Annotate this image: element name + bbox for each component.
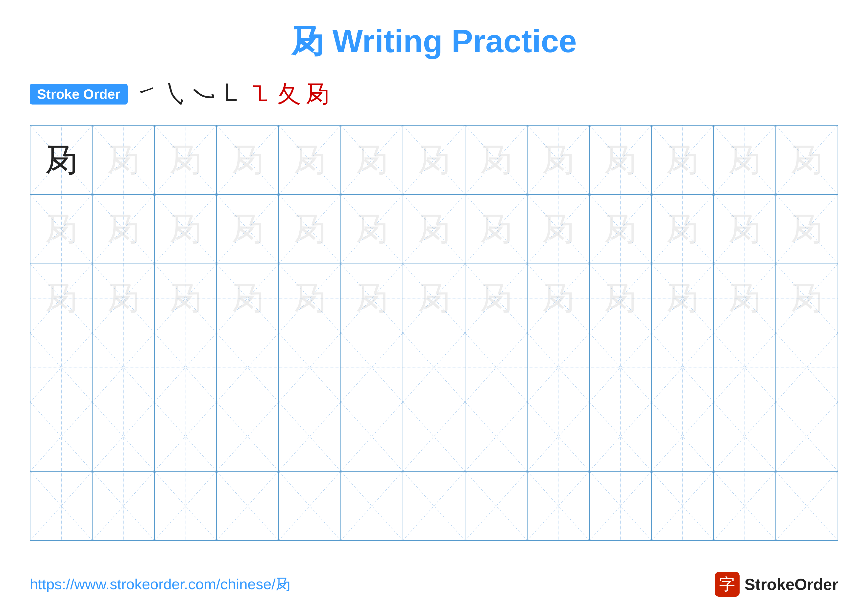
stroke-7: 夃 <box>306 78 329 110</box>
cell-char: 夃 <box>169 138 202 182</box>
grid-cell: 夃 <box>651 125 714 194</box>
cell-char: 夃 <box>294 277 326 320</box>
brand-icon: 字 <box>715 572 739 597</box>
cell-char: 夃 <box>169 207 202 251</box>
cell-char: 夃 <box>45 207 78 251</box>
footer: https://www.strokeorder.com/chinese/夃 字 … <box>30 572 838 597</box>
cell-char: 夃 <box>790 207 823 251</box>
grid-cell <box>341 471 403 541</box>
grid-cell: 夃 <box>403 264 465 333</box>
grid-cell <box>651 402 714 471</box>
grid-cell <box>527 333 589 402</box>
grid-cell <box>30 402 92 471</box>
grid-cell: 夃 <box>154 264 217 333</box>
stroke-2: ㇂ <box>164 78 187 110</box>
footer-brand: 字 StrokeOrder <box>715 572 838 597</box>
grid-cell: 夃 <box>651 194 714 264</box>
grid-cell <box>154 471 217 541</box>
grid-cell: 夃 <box>527 264 589 333</box>
grid-cell <box>714 402 776 471</box>
page: 夃 Writing Practice Stroke Order ㇀ ㇂ ㇃ ㇄ … <box>0 0 868 614</box>
grid-cell: 夃 <box>527 125 589 194</box>
stroke-1: ㇀ <box>135 78 159 110</box>
cell-char: 夃 <box>232 277 264 320</box>
grid-cell <box>465 471 527 541</box>
stroke-order-row: Stroke Order ㇀ ㇂ ㇃ ㇄ ㇅ 夂 夃 <box>30 78 838 110</box>
grid-cell: 夃 <box>714 264 776 333</box>
grid-cell: 夃 <box>776 194 838 264</box>
grid-cell: 夃 <box>589 264 651 333</box>
cell-char: 夃 <box>45 138 78 182</box>
brand-name: StrokeOrder <box>744 575 838 594</box>
grid-cell: 夃 <box>92 125 154 194</box>
grid-cell <box>651 333 714 402</box>
grid-cell: 夃 <box>92 264 154 333</box>
grid-cell: 夃 <box>403 125 465 194</box>
grid-cell: 夃 <box>465 264 527 333</box>
cell-char: 夃 <box>45 277 78 320</box>
grid-cell <box>279 471 341 541</box>
grid-cell <box>341 333 403 402</box>
cell-char: 夃 <box>666 207 699 251</box>
grid-cell <box>92 402 154 471</box>
cell-char: 夃 <box>169 277 202 320</box>
grid-cell: 夃 <box>465 194 527 264</box>
cell-char: 夃 <box>418 277 450 320</box>
cell-char: 夃 <box>728 138 761 182</box>
grid-cell <box>465 402 527 471</box>
stroke-order-badge: Stroke Order <box>30 84 128 104</box>
grid-cell <box>714 333 776 402</box>
cell-char: 夃 <box>294 207 326 251</box>
cell-char: 夃 <box>418 138 450 182</box>
grid-cell <box>589 402 651 471</box>
grid-cell: 夃 <box>30 125 92 194</box>
grid-cell: 夃 <box>279 125 341 194</box>
grid-cell: 夃 <box>30 264 92 333</box>
grid-cell: 夃 <box>651 264 714 333</box>
grid-cell: 夃 <box>154 194 217 264</box>
grid-cell <box>30 333 92 402</box>
grid-cell <box>154 333 217 402</box>
grid-cell <box>217 471 279 541</box>
grid-cell <box>217 402 279 471</box>
cell-char: 夃 <box>294 138 326 182</box>
grid-cell: 夃 <box>776 264 838 333</box>
grid-cell <box>154 402 217 471</box>
grid-cell: 夃 <box>217 264 279 333</box>
grid-cell: 夃 <box>341 125 403 194</box>
cell-char: 夃 <box>728 277 761 320</box>
cell-char: 夃 <box>356 277 388 320</box>
grid-cell: 夃 <box>527 194 589 264</box>
practice-grid: 夃夃夃夃夃夃夃夃夃夃夃夃夃夃夃夃夃夃夃夃夃夃夃夃夃夃夃夃夃夃夃夃夃夃夃夃夃夃夃 <box>30 125 838 541</box>
grid-cell <box>403 471 465 541</box>
grid-cell: 夃 <box>776 125 838 194</box>
cell-char: 夃 <box>480 277 512 320</box>
footer-url: https://www.strokeorder.com/chinese/夃 <box>30 574 290 594</box>
cell-char: 夃 <box>728 207 761 251</box>
grid-cell <box>279 333 341 402</box>
grid-cell: 夃 <box>714 194 776 264</box>
grid-cell: 夃 <box>341 264 403 333</box>
stroke-sequence: ㇀ ㇂ ㇃ ㇄ ㇅ 夂 夃 <box>135 78 329 110</box>
grid-cell: 夃 <box>154 125 217 194</box>
cell-char: 夃 <box>542 277 574 320</box>
cell-char: 夃 <box>480 138 512 182</box>
stroke-6: 夂 <box>277 78 301 110</box>
grid-cell: 夃 <box>589 194 651 264</box>
cell-char: 夃 <box>542 138 574 182</box>
cell-char: 夃 <box>480 207 512 251</box>
stroke-3: ㇃ <box>192 78 215 110</box>
grid-cell: 夃 <box>589 125 651 194</box>
grid-cell <box>651 471 714 541</box>
grid-cell <box>527 402 589 471</box>
grid-cell: 夃 <box>92 194 154 264</box>
cell-char: 夃 <box>604 207 636 251</box>
grid-cell: 夃 <box>30 194 92 264</box>
grid-cell: 夃 <box>341 194 403 264</box>
grid-cell <box>776 471 838 541</box>
cell-char: 夃 <box>604 138 636 182</box>
grid-cell <box>92 471 154 541</box>
grid-cell: 夃 <box>403 194 465 264</box>
cell-char: 夃 <box>666 277 699 320</box>
grid-cell <box>403 333 465 402</box>
